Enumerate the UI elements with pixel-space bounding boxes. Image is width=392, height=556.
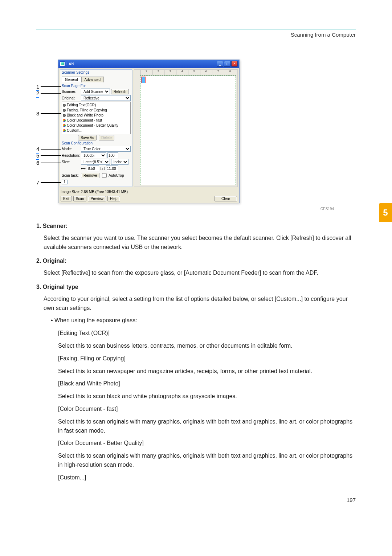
ruler-horizontal: 12345678: [140, 70, 236, 75]
screenshot-figure: 1 2 3 4 5 6 7 LAN _ □ × Scanner Set: [58, 60, 254, 203]
preview-pane: 12345678: [134, 69, 238, 187]
group-title: Scanner Settings: [60, 70, 132, 75]
opt4: [Color Document - fast]: [58, 405, 356, 414]
callout-1: 1: [36, 83, 41, 90]
app-window: LAN _ □ × Scanner Settings General Advan…: [58, 60, 240, 203]
bullet-exposure: When using the exposure glass:: [51, 316, 356, 325]
scan-page-for-label: Scan Page For: [62, 84, 131, 88]
s3-body: According to your original, select a set…: [44, 295, 356, 313]
save-as-button[interactable]: Save As: [78, 135, 97, 140]
header-rule: [36, 29, 356, 29]
selection-marquee[interactable]: [141, 77, 146, 83]
scan-button[interactable]: Scan: [73, 196, 87, 201]
remove-button[interactable]: Remove: [81, 173, 99, 178]
color-icon: [63, 124, 66, 127]
bw-icon: [63, 114, 66, 117]
s2-body: Select [Reflective] to scan from the exp…: [44, 269, 356, 278]
opt2: [Faxing, Filing or Copying]: [58, 354, 356, 363]
help-button[interactable]: Help: [107, 196, 120, 201]
callout-7: 7: [36, 179, 41, 185]
original-label: Original:: [62, 96, 80, 100]
opt6: [Custom...]: [58, 473, 356, 482]
s2-head: 2. Original:: [36, 257, 356, 266]
bw-icon: [63, 109, 66, 112]
bw-icon: [63, 104, 66, 107]
refresh-button[interactable]: Refresh: [111, 89, 129, 94]
minimize-button[interactable]: _: [217, 61, 223, 67]
body-text: 1. Scanner: Select the scanner you want …: [36, 222, 356, 482]
callout-3: 3: [36, 110, 41, 116]
opt2-desc: Select this to scan newspaper and magazi…: [58, 367, 356, 376]
autocrop-checkbox[interactable]: AutoCrop: [101, 172, 124, 179]
image-size-text: Image Size: 2.68 MB (Free 13543.41 MB): [61, 190, 128, 194]
opt1: [Editing Text (OCR)]: [58, 329, 356, 338]
opt1-desc: Select this to scan business letters, co…: [58, 342, 356, 351]
task-count[interactable]: 1: [62, 180, 68, 184]
image-reference: CES194: [36, 207, 334, 211]
page-number: 197: [36, 497, 356, 503]
size-label: Size:: [62, 160, 80, 164]
chapter-tab: 5: [379, 203, 392, 222]
scan-config-label: Scan Configuration: [62, 141, 131, 145]
preview-button[interactable]: Preview: [88, 196, 106, 201]
opt5: [Color Document - Better Quality]: [58, 439, 356, 448]
opt3-desc: Select this to scan black and white phot…: [58, 392, 356, 401]
opt4-desc: Select this to scan originals with many …: [58, 417, 356, 436]
callout-6: 6: [36, 160, 41, 166]
size-select[interactable]: Letter(8.5"x11"): [81, 159, 110, 165]
preview-area[interactable]: [140, 75, 236, 185]
app-icon: [60, 61, 65, 66]
height-input[interactable]: [106, 165, 118, 171]
s1-body: Select the scanner you want to use. The …: [44, 234, 356, 252]
resolution-select[interactable]: 100dpi: [81, 152, 106, 158]
running-header: Scanning from a Computer: [36, 32, 356, 38]
scanner-label: Scanner:: [62, 90, 80, 94]
color-icon: [63, 129, 66, 132]
mode-select[interactable]: True Color: [81, 146, 131, 152]
callout-5: 5: [36, 152, 41, 159]
clear-button[interactable]: Clear: [215, 196, 237, 201]
titlebar[interactable]: LAN _ □ ×: [58, 60, 239, 68]
scanner-select[interactable]: Add Scanner IP...: [81, 89, 110, 94]
ruler-vertical: [134, 75, 140, 185]
close-button[interactable]: ×: [231, 61, 238, 67]
window-title: LAN: [66, 62, 217, 66]
resolution-input[interactable]: [107, 152, 118, 158]
s3-head: 3. Original type: [36, 283, 356, 292]
maximize-button[interactable]: □: [224, 61, 230, 67]
color-icon: [63, 119, 66, 122]
tab-general[interactable]: General: [62, 77, 81, 82]
width-input[interactable]: [87, 165, 99, 171]
callout-4: 4: [36, 146, 41, 152]
callout-2: 2: [36, 90, 41, 96]
task-label: Scan task:: [62, 173, 80, 177]
original-select[interactable]: Reflective: [81, 95, 131, 101]
original-type-list[interactable]: Editing Text(OCR) Faxing, Filing or Copy…: [62, 102, 131, 134]
opt5-desc: Select this to scan originals with many …: [58, 451, 356, 470]
resolution-label: Resolution:: [62, 154, 80, 158]
mode-label: Mode:: [62, 147, 80, 151]
units-select[interactable]: inches: [111, 159, 128, 165]
tab-advanced[interactable]: Advanced: [81, 77, 104, 82]
opt3: [Black and White Photo]: [58, 379, 356, 388]
delete-button[interactable]: Delete: [99, 135, 114, 140]
s1-head: 1. Scanner:: [36, 222, 356, 231]
exit-button[interactable]: Exit: [61, 196, 72, 201]
